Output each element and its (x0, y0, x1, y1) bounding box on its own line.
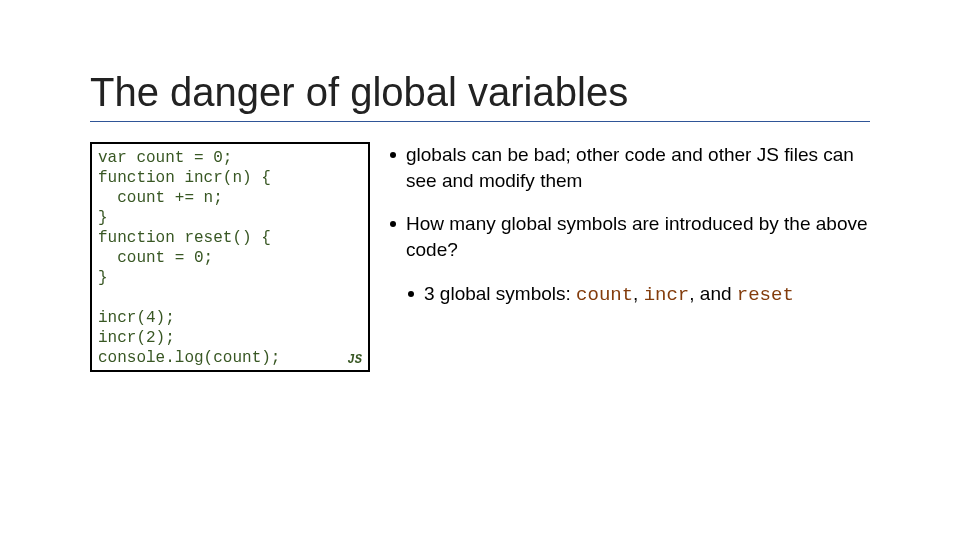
bullet-2-text: How many global symbols are introduced b… (406, 211, 870, 262)
bullet-3-text: 3 global symbols: count, incr, and reset (424, 281, 870, 309)
bullet-1-text: globals can be bad; other code and other… (406, 142, 870, 193)
separator: , (633, 283, 644, 304)
bullet-3-prefix: 3 global symbols: (424, 283, 576, 304)
text-column: globals can be bad; other code and other… (390, 142, 870, 372)
symbol-count: count (576, 284, 633, 306)
content-row: var count = 0; function incr(n) { count … (90, 142, 870, 372)
bullet-3: 3 global symbols: count, incr, and reset (408, 281, 870, 309)
slide-title: The danger of global variables (90, 70, 870, 122)
bullet-dot-icon (408, 291, 414, 297)
code-column: var count = 0; function incr(n) { count … (90, 142, 370, 372)
bullet-1: globals can be bad; other code and other… (390, 142, 870, 193)
bullet-dot-icon (390, 221, 396, 227)
code-language-tag: JS (348, 353, 362, 368)
slide: The danger of global variables var count… (0, 0, 960, 540)
separator: , and (689, 283, 737, 304)
bullet-2: How many global symbols are introduced b… (390, 211, 870, 262)
symbol-reset: reset (737, 284, 794, 306)
bullet-dot-icon (390, 152, 396, 158)
code-text: var count = 0; function incr(n) { count … (98, 149, 280, 367)
code-box: var count = 0; function incr(n) { count … (90, 142, 370, 372)
symbol-incr: incr (644, 284, 690, 306)
